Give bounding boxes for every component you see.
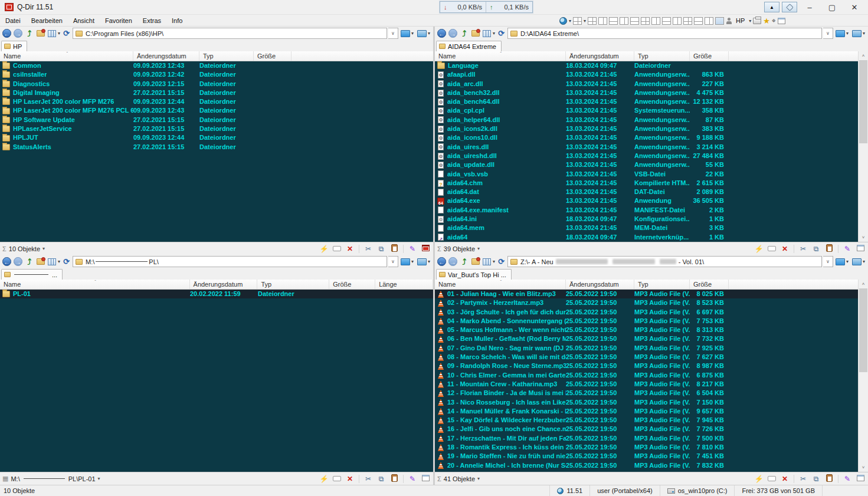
tab-redacted[interactable]: ...: [1, 269, 63, 280]
file-row[interactable]: aida_uireshd.dll13.03.2024 21:45Anwendun…: [435, 152, 858, 160]
globe-icon[interactable]: [559, 17, 567, 25]
layout-option-icon[interactable]: [630, 17, 639, 25]
scroll-down-icon[interactable]: ˅: [859, 463, 868, 472]
status-dropdown-icon[interactable]: ▾: [477, 246, 480, 251]
address-dropdown-icon[interactable]: ∨: [388, 256, 398, 267]
file-row[interactable]: 15 - Kay Dörfel & Wildecker Herzbuben - …: [435, 416, 858, 425]
view-mode-icon[interactable]: [47, 257, 57, 267]
pane-color-button[interactable]: ▾: [399, 257, 415, 267]
scroll-thumb[interactable]: [859, 288, 867, 372]
file-row[interactable]: 19 - Mario Steffen - Nie zu früh und nie…: [435, 452, 858, 461]
edit-icon[interactable]: ✎: [842, 475, 853, 483]
file-row[interactable]: 13 - Nico Rosseburg - Ich lass ein Like …: [435, 398, 858, 407]
zoom-cursor-icon[interactable]: ⌖: [772, 17, 776, 25]
file-row[interactable]: HP LaserJet 200 color MFP M276 PCL 609.0…: [0, 106, 433, 115]
layout-option-icon[interactable]: [705, 17, 713, 25]
file-row[interactable]: aida64.exe.manifest13.03.2024 21:45MANIF…: [435, 206, 858, 215]
col-name[interactable]: Nameˆ: [0, 51, 133, 61]
selected-path-prefix[interactable]: M:\: [11, 475, 19, 482]
rename-icon[interactable]: [332, 245, 342, 253]
file-row[interactable]: 16 - Jelfi - Gib uns noch eine Chance.mp…: [435, 425, 858, 433]
file-row[interactable]: StatusAlerts27.02.2021 15:15Dateiordner: [0, 143, 433, 152]
favorites-folder-icon[interactable]: [35, 28, 45, 38]
file-row[interactable]: 10 - Chris Elmer - Gemma in mei Gartenh.…: [435, 371, 858, 380]
delete-icon[interactable]: ✕: [779, 245, 790, 253]
layout-option-icon[interactable]: [598, 17, 607, 25]
file-row[interactable]: aida_bench64.dll13.03.2024 21:45Anwendun…: [435, 97, 858, 106]
file-row[interactable]: 03 - Jörg Schulte - Ich geh für dich dur…: [435, 308, 858, 317]
maximize-button[interactable]: ▢: [822, 1, 842, 13]
rollup-button[interactable]: ▲: [764, 2, 779, 12]
status-dropdown-icon[interactable]: ▾: [477, 476, 480, 481]
rename-icon[interactable]: [332, 475, 342, 483]
forward-icon[interactable]: →: [448, 28, 458, 38]
file-row[interactable]: Language18.03.2024 09:47Dateiordner: [435, 61, 858, 70]
layout-option-icon[interactable]: [662, 17, 671, 25]
file-row[interactable]: aida64.mem13.03.2024 21:45MEM-Datei3 KB: [435, 224, 858, 232]
pane-color-button[interactable]: ▾: [834, 28, 850, 38]
layout-option-icon[interactable]: [588, 17, 597, 25]
cut-icon[interactable]: ✂: [798, 475, 808, 483]
delete-icon[interactable]: ✕: [345, 245, 355, 253]
delete-icon[interactable]: ✕: [779, 475, 790, 483]
filter-icon[interactable]: ⚡: [319, 475, 329, 483]
copy-icon[interactable]: ⧉: [376, 475, 386, 483]
col-size[interactable]: Größe: [690, 51, 729, 61]
file-row[interactable]: Common09.09.2023 12:43Dateiordner: [0, 61, 433, 70]
back-icon[interactable]: ←: [437, 28, 447, 38]
selected-path-suffix[interactable]: PL\PL-01: [68, 475, 96, 482]
edit-icon[interactable]: ✎: [407, 475, 418, 483]
menu-ansicht[interactable]: Ansicht: [68, 15, 100, 26]
file-row[interactable]: 04 - Marko Abend - Sonnenuntergang (Ce..…: [435, 317, 858, 326]
object-count[interactable]: 41 Objekte: [444, 475, 475, 482]
pane-background-button[interactable]: ▾: [416, 257, 431, 267]
file-row[interactable]: aida64.chm13.03.2024 21:45Kompilierte HT…: [435, 179, 858, 188]
col-size[interactable]: Größe: [690, 280, 729, 289]
pane-indicator-icon[interactable]: [420, 475, 431, 483]
layout-dropdown-icon[interactable]: ▾: [584, 18, 586, 24]
file-row[interactable]: csiInstaller09.09.2023 12:42Dateiordner: [0, 70, 433, 79]
up-folder-icon[interactable]: ⤴: [24, 28, 34, 38]
globe-dropdown-icon[interactable]: ▾: [569, 18, 571, 24]
file-row[interactable]: PL-0120.02.2022 11:59Dateiordner: [0, 290, 433, 298]
pane-background-button[interactable]: ▾: [851, 28, 866, 38]
up-folder-icon[interactable]: ⤴: [24, 257, 34, 267]
col-type[interactable]: Typ: [199, 51, 254, 61]
file-row[interactable]: 06 - Ben Muller - Geflasht (Rod Berry Mi…: [435, 334, 858, 343]
file-row[interactable]: HP LaserJet 200 color MFP M27609.09.2023…: [0, 97, 433, 106]
view-mode-icon[interactable]: [47, 28, 57, 38]
file-row[interactable]: 05 - Marcus Hofmann - Wer wenn nicht D..…: [435, 326, 858, 334]
view-dropdown-icon[interactable]: ▾: [493, 31, 495, 36]
forward-icon[interactable]: →: [448, 257, 458, 267]
file-row[interactable]: 14 - Manuel Müller & Frank Konarski - Mi…: [435, 407, 858, 416]
file-row[interactable]: aida_uires.dll13.03.2024 21:45Anwendungs…: [435, 143, 858, 152]
forward-icon[interactable]: →: [13, 28, 23, 38]
window-option-icon[interactable]: [778, 18, 785, 24]
layout-option-icon[interactable]: [651, 17, 660, 25]
back-icon[interactable]: ←: [2, 257, 12, 267]
user-profile-icon[interactable]: [726, 18, 732, 24]
profile-dropdown-icon[interactable]: ▾: [749, 18, 751, 24]
tab-aida64-extreme[interactable]: AIDA64 Extreme: [436, 41, 502, 51]
menu-info[interactable]: Info: [166, 15, 188, 26]
rename-icon[interactable]: [767, 475, 777, 483]
col-size[interactable]: Größe: [329, 280, 375, 289]
address-dropdown-icon[interactable]: ∨: [823, 256, 833, 267]
file-row[interactable]: aida64.dat13.03.2024 21:45DAT-Datei2 089…: [435, 188, 858, 196]
favorites-star-icon[interactable]: ★: [763, 17, 770, 25]
view-dropdown-icon[interactable]: ▾: [58, 31, 60, 36]
back-icon[interactable]: ←: [437, 257, 447, 267]
col-type[interactable]: Typ: [634, 280, 690, 289]
file-row[interactable]: HP Software Update27.02.2021 15:15Dateio…: [0, 116, 433, 124]
col-name[interactable]: Nameˆ: [0, 280, 190, 289]
col-name[interactable]: Nameˆ: [435, 280, 566, 289]
file-row[interactable]: 18 - Romantik Express - Ich küss dein He…: [435, 443, 858, 452]
vertical-scrollbar[interactable]: ˄ ˅: [858, 51, 868, 242]
object-count[interactable]: 10 Objekte: [9, 245, 40, 252]
paste-icon[interactable]: [389, 474, 399, 484]
pane-background-button[interactable]: ▾: [851, 257, 866, 267]
up-folder-icon[interactable]: ⤴: [459, 28, 469, 38]
file-row[interactable]: 17 - Herzschatten - Mit Dir auf jeden Fa…: [435, 434, 858, 443]
minimize-button[interactable]: –: [800, 1, 820, 13]
file-row[interactable]: afaapi.dll13.03.2024 21:45Anwendungserw.…: [435, 70, 858, 79]
